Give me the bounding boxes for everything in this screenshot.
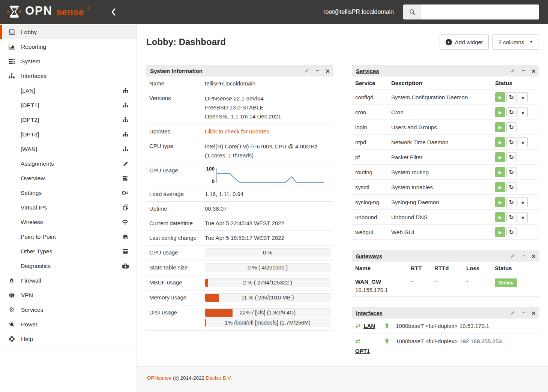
- widget-edit-icon[interactable]: [510, 310, 515, 316]
- opnsense-hourglass-icon: [7, 3, 22, 20]
- sidebar-item-other-types[interactable]: Other Types: [0, 244, 137, 259]
- widget-minimize-icon[interactable]: −: [522, 310, 525, 316]
- sidebar-item-label: [OPT1]: [21, 102, 122, 109]
- search-input[interactable]: [421, 4, 539, 19]
- restart-service-button[interactable]: ↻: [506, 122, 516, 132]
- service-row: sysctlSystem tunables ▶↻: [352, 180, 539, 195]
- stop-service-button[interactable]: ■: [518, 107, 528, 117]
- start-service-button[interactable]: ▶: [495, 212, 505, 222]
- services-widget: Services − × Service Description Status: [352, 65, 539, 240]
- gateway-rtt: ~: [408, 275, 431, 297]
- brand-logo[interactable]: OPNsense®: [7, 3, 90, 21]
- sidebar-item-firewall[interactable]: Firewall: [0, 273, 137, 288]
- header-right-area: root@tellisPR.localdomain: [323, 4, 539, 19]
- check-updates-link[interactable]: Click to check for updates.: [205, 128, 271, 135]
- gateways-widget: Gateways − × Name RTT RTTd: [352, 250, 539, 297]
- system-information-widget: System Information − × Name tellisPR.loc…: [146, 65, 333, 331]
- widget-edit-icon[interactable]: [510, 253, 515, 259]
- sidebar-collapse-button[interactable]: [110, 8, 116, 16]
- interface-row-lan: ⇄ LAN 1000baseT <full-duplex> 10.53.170.…: [352, 319, 539, 334]
- sidebar-item-opt1[interactable]: [OPT1]: [0, 98, 137, 112]
- brand-opn-text: OPN: [25, 3, 53, 18]
- sidebar-item-label: [OPT3]: [21, 131, 122, 138]
- sidebar-item-assignments[interactable]: Assignments: [0, 156, 137, 171]
- sitemap-icon: [122, 102, 129, 108]
- sidebar-item-system[interactable]: System: [0, 54, 137, 69]
- interface-link[interactable]: LAN: [363, 322, 375, 331]
- sidebar-item-interfaces[interactable]: Interfaces: [0, 69, 137, 83]
- restart-service-button[interactable]: ↻: [506, 167, 516, 177]
- sidebar-item-point-to-point[interactable]: Point-to-Point: [0, 229, 137, 244]
- sidebar-item-wan[interactable]: [WAN]: [0, 142, 137, 156]
- widget-close-icon[interactable]: ×: [531, 310, 536, 317]
- sidebar-item-power[interactable]: Power: [0, 317, 137, 332]
- restart-service-button[interactable]: ↻: [506, 212, 516, 222]
- start-service-button[interactable]: ▶: [495, 227, 505, 237]
- widget-minimize-icon[interactable]: −: [522, 68, 525, 74]
- exchange-icon: ⇄: [355, 322, 360, 331]
- sidebar-item-overview[interactable]: Overview: [0, 171, 137, 186]
- page-title: Lobby: Dashboard: [146, 37, 226, 47]
- widget-minimize-icon[interactable]: −: [316, 68, 319, 74]
- widget-close-icon[interactable]: ×: [531, 253, 536, 260]
- start-service-button[interactable]: ▶: [495, 107, 505, 117]
- restart-service-button[interactable]: ↻: [506, 227, 516, 237]
- sidebar-item-label: [OPT2]: [21, 117, 122, 123]
- interface-row-opt1: ⇄ OPT1 1000baseT <full-duplex> 192.168.2…: [352, 334, 539, 359]
- sidebar-item-vpn[interactable]: VPN: [0, 288, 137, 302]
- pencil-icon: [123, 161, 129, 167]
- cpu-usage-progressbar: 0 %: [205, 248, 330, 257]
- restart-service-button[interactable]: ↻: [506, 197, 516, 207]
- widget-title-gateways[interactable]: Gateways: [356, 253, 382, 259]
- gateway-name: WAN_GW: [355, 278, 405, 285]
- widget-edit-icon[interactable]: [304, 68, 309, 73]
- widget-title-services[interactable]: Services: [356, 68, 379, 74]
- widget-close-icon[interactable]: ×: [326, 67, 330, 75]
- sidebar-item-lobby[interactable]: Lobby: [0, 25, 137, 39]
- restart-service-button[interactable]: ↻: [506, 92, 516, 102]
- restart-service-button[interactable]: ↻: [506, 137, 516, 147]
- fire-icon: [7, 277, 16, 284]
- modem-icon: [122, 234, 129, 239]
- right-widget-column: Services − × Service Description Status: [352, 65, 539, 366]
- interface-link[interactable]: OPT1: [355, 347, 370, 356]
- service-row: webguiWeb GUI ▶↻: [352, 225, 539, 240]
- deciso-footer-link[interactable]: Deciso B.V.: [206, 375, 232, 381]
- left-widget-column: System Information − × Name tellisPR.loc…: [146, 65, 333, 366]
- widget-title-interfaces[interactable]: Interfaces: [356, 310, 383, 316]
- widget-minimize-icon[interactable]: −: [522, 253, 525, 259]
- stop-service-button[interactable]: ■: [518, 197, 528, 207]
- start-service-button[interactable]: ▶: [495, 137, 505, 147]
- stop-service-button[interactable]: ■: [518, 137, 528, 147]
- widget-edit-icon[interactable]: [510, 68, 515, 73]
- stop-service-button[interactable]: ■: [518, 212, 528, 222]
- add-widget-button[interactable]: + Add widget: [440, 34, 489, 50]
- sidebar-item-lan[interactable]: [LAN]: [0, 83, 137, 98]
- sidebar-item-reporting[interactable]: Reporting: [0, 39, 137, 54]
- sidebar-item-label: Assignments: [21, 160, 123, 167]
- start-service-button[interactable]: ▶: [495, 167, 505, 177]
- sidebar-item-opt2[interactable]: [OPT2]: [0, 112, 137, 127]
- sidebar-item-opt3[interactable]: [OPT3]: [0, 127, 137, 142]
- main-content: Lobby: Dashboard + Add widget 2 columns …: [137, 24, 548, 366]
- start-service-button[interactable]: ▶: [495, 182, 505, 192]
- sidebar-item-help[interactable]: Help: [0, 332, 137, 346]
- opnsense-footer-link[interactable]: OPNsense: [147, 375, 171, 381]
- columns-select[interactable]: 2 columns ▼: [492, 34, 539, 50]
- start-service-button[interactable]: ▶: [495, 122, 505, 132]
- start-service-button[interactable]: ▶: [495, 197, 505, 207]
- start-service-button[interactable]: ▶: [495, 92, 505, 102]
- restart-service-button[interactable]: ↻: [506, 107, 516, 117]
- sidebar-item-virtual-ips[interactable]: Virtual IPs: [0, 200, 137, 215]
- restart-service-button[interactable]: ↻: [506, 152, 516, 162]
- stop-service-button[interactable]: ■: [518, 92, 528, 102]
- sidebar-item-settings[interactable]: Settings ⚙⚙: [0, 186, 137, 200]
- sidebar-item-services[interactable]: ⚙ Services: [0, 302, 137, 317]
- widget-close-icon[interactable]: ×: [531, 67, 536, 75]
- search-icon[interactable]: [403, 4, 421, 19]
- laptop-icon: [7, 29, 16, 35]
- sidebar-item-wireless[interactable]: Wireless: [0, 215, 137, 229]
- sidebar-item-diagnostics[interactable]: Diagnostics: [0, 259, 137, 273]
- start-service-button[interactable]: ▶: [495, 152, 505, 162]
- restart-service-button[interactable]: ↻: [506, 182, 516, 192]
